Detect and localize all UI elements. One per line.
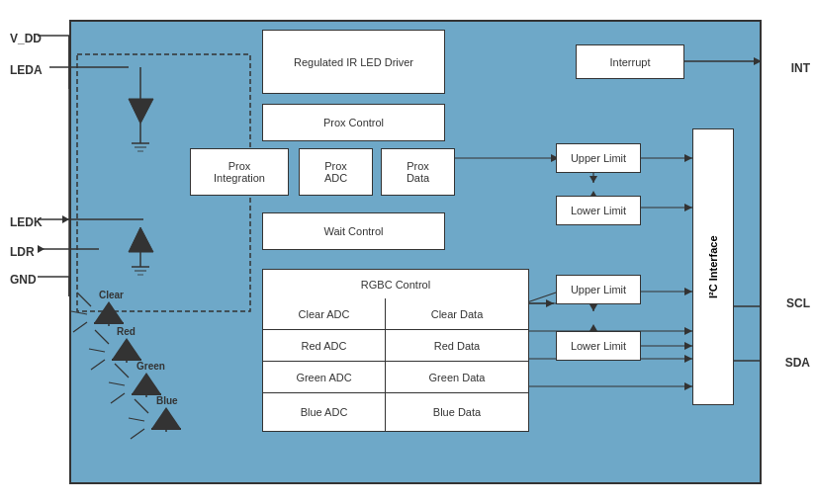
gnd-label: GND [10, 273, 37, 287]
red-data-label: Red Data [434, 340, 480, 352]
wait-control-box: Wait Control [262, 212, 445, 250]
i2c-interface-label: I²C Interface [707, 235, 719, 298]
leda-label: LEDA [10, 63, 43, 77]
prox-adc-label: ProxADC [324, 160, 347, 184]
diagram-container: V_DD LEDA LEDK LDR GND INT SCL SDA [0, 0, 815, 504]
regulated-ir-led-box: Regulated IR LED Driver [262, 30, 445, 94]
prox-control-label: Prox Control [323, 117, 384, 128]
interrupt-label: Interrupt [610, 56, 651, 68]
blue-adc-box: Blue ADC [262, 393, 386, 432]
ldr-label: LDR [10, 245, 35, 259]
clear-led-label: Clear [99, 290, 124, 300]
svg-marker-76 [112, 338, 141, 360]
blue-data-box: Blue Data [386, 393, 529, 432]
prox-adc-box: ProxADC [299, 148, 373, 196]
lower-limit-1-label: Lower Limit [571, 205, 626, 216]
clear-adc-box: Clear ADC [262, 298, 386, 330]
green-led-label: Green [136, 361, 165, 372]
prox-data-box: ProxData [381, 148, 455, 196]
blue-adc-label: Blue ADC [301, 406, 348, 418]
svg-marker-82 [132, 373, 161, 394]
clear-led-symbol [94, 301, 124, 326]
upper-limit-1-box: Upper Limit [556, 143, 641, 173]
interrupt-box: Interrupt [576, 44, 684, 79]
svg-marker-88 [151, 407, 181, 429]
green-data-box: Green Data [386, 362, 529, 393]
clear-adc-label: Clear ADC [299, 308, 350, 320]
prox-integration-label: ProxIntegration [214, 160, 265, 184]
clear-data-box: Clear Data [386, 298, 529, 330]
red-led-symbol [112, 338, 141, 363]
rgbc-control-box: RGBC Control [262, 269, 529, 298]
green-adc-box: Green ADC [262, 362, 386, 393]
upper-limit-1-label: Upper Limit [571, 152, 626, 164]
rgbc-control-label: RGBC Control [361, 279, 430, 291]
lower-limit-1-box: Lower Limit [556, 196, 641, 225]
i2c-interface-box: I²C Interface [692, 128, 734, 405]
int-label: INT [791, 61, 810, 75]
svg-marker-12 [62, 215, 69, 223]
clear-data-label: Clear Data [431, 308, 484, 320]
wait-control-label: Wait Control [323, 225, 383, 237]
regulated-ir-led-label: Regulated IR LED Driver [294, 56, 413, 68]
lower-limit-2-label: Lower Limit [571, 340, 626, 352]
lower-limit-2-box: Lower Limit [556, 331, 641, 361]
red-led-label: Red [117, 326, 136, 337]
scl-label: SCL [786, 296, 810, 310]
green-led-symbol [132, 373, 161, 397]
ledk-label: LEDK [10, 215, 43, 229]
green-adc-label: Green ADC [296, 372, 351, 383]
red-adc-label: Red ADC [302, 340, 347, 352]
red-data-box: Red Data [386, 330, 529, 362]
upper-limit-2-box: Upper Limit [556, 275, 641, 304]
sda-label: SDA [785, 356, 810, 370]
red-adc-box: Red ADC [262, 330, 386, 362]
blue-led-label: Blue [156, 395, 178, 406]
upper-limit-2-label: Upper Limit [571, 284, 626, 295]
green-data-label: Green Data [429, 372, 486, 383]
prox-data-label: ProxData [407, 160, 429, 184]
prox-integration-box: ProxIntegration [190, 148, 289, 196]
blue-led-symbol [151, 407, 181, 432]
vdd-label: V_DD [10, 32, 42, 45]
svg-marker-14 [38, 245, 45, 253]
blue-data-label: Blue Data [433, 406, 481, 418]
prox-control-box: Prox Control [262, 104, 445, 141]
svg-marker-70 [94, 301, 124, 323]
